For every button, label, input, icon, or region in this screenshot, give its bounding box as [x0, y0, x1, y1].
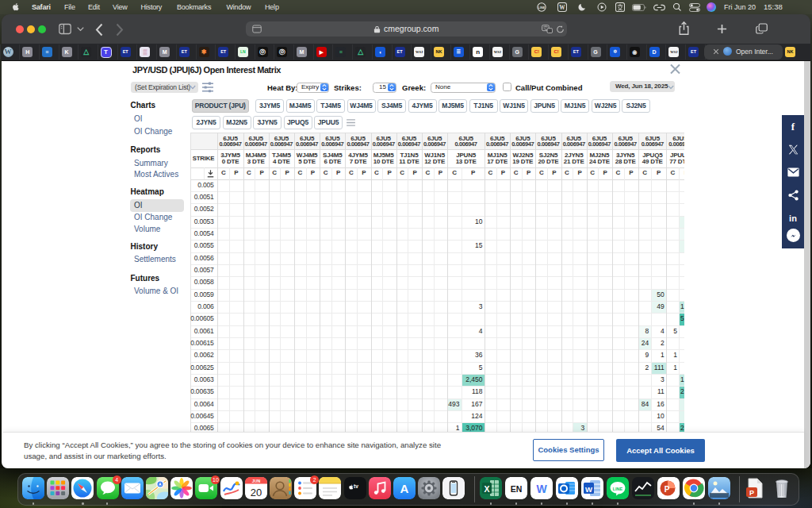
svg-text:LINE: LINE — [538, 6, 546, 10]
svg-text:P: P — [665, 485, 670, 494]
svg-text:JUN: JUN — [252, 479, 261, 483]
svg-text:LINE: LINE — [613, 487, 623, 491]
svg-text:W: W — [559, 4, 565, 11]
svg-text:X: X — [484, 484, 489, 494]
svg-text:P: P — [749, 489, 753, 497]
svg-text:tv: tv — [354, 483, 358, 489]
svg-text:W: W — [536, 483, 547, 495]
svg-text:W: W — [585, 485, 592, 494]
svg-text:20: 20 — [251, 487, 262, 498]
svg-text:A: A — [400, 482, 409, 495]
svg-text:EN: EN — [511, 484, 523, 494]
